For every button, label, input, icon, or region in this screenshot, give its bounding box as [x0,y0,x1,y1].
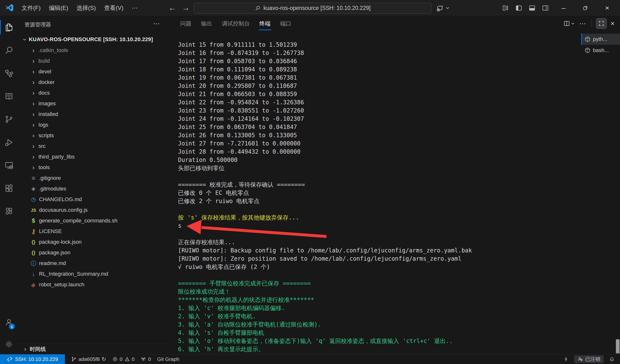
panel-tab[interactable]: 调试控制台 [222,16,250,31]
branch-icon [71,356,77,362]
toggle-primary-sidebar-icon[interactable] [515,4,522,12]
nav-back-icon[interactable]: ← [167,0,178,16]
tree-file-row[interactable]: readme.md [18,258,170,269]
terminal-tabs-list: $_ pyth... $_ bash... [581,34,620,56]
restore-button[interactable] [578,0,593,16]
activity-remote-explorer[interactable] [0,154,18,177]
tree-folder-row[interactable]: › logs [18,120,170,130]
menu-item[interactable]: ⋯ [128,5,142,11]
menu-item[interactable]: 查看(V) [100,4,128,12]
copilot-menu[interactable] [436,3,450,13]
tree-folder-row[interactable]: › .catkin_tools [18,45,170,56]
activity-robot-tools[interactable] [0,200,18,223]
menu-item[interactable]: 编辑(E) [45,4,72,12]
tree-folder-row[interactable]: › tools [18,162,170,173]
terminal-scrollbar-thumb[interactable] [616,339,620,353]
port-icon[interactable] [563,356,569,362]
menu-item[interactable]: 文件(F) [17,4,45,12]
chevron-right-icon: › [30,121,37,129]
more-actions-icon[interactable]: ⋯ [153,20,160,28]
tree-file-row[interactable]: robot_setup.launch [18,279,170,290]
panel-tab[interactable]: 问题 [180,16,191,31]
panel-tab[interactable]: 端口 [280,16,291,31]
search-icon [4,46,14,55]
tree-file-row[interactable]: package.json [18,247,170,258]
terminal-tab[interactable]: $_ bash... [581,45,620,56]
radio-tower-item[interactable]: 0 [141,356,151,362]
minimize-button[interactable]: – [556,0,571,16]
tree-folder-row[interactable]: › installed [18,109,170,120]
tree-file-row[interactable]: generate_compile_commands.sh [18,215,170,226]
terminal-line: Duration 0.500000 [178,156,579,164]
activity-bar: 1 [0,16,18,354]
file-type-icon [29,218,38,224]
timeline-section[interactable]: › 时间线 [18,344,170,354]
toggle-panel-icon[interactable] [528,4,536,12]
terminal-line [178,205,579,213]
gear-icon [4,340,14,349]
terminal-output[interactable]: Joint 15 from 0.911111 to 1.501239Joint … [178,41,579,353]
customize-layout-icon[interactable] [502,4,509,12]
file-type-icon [29,271,38,277]
tree-file-row[interactable]: package-lock.json [18,237,170,247]
activity-search[interactable] [0,39,18,62]
close-panel-icon[interactable]: × [610,19,615,28]
tree-folder-row[interactable]: › third_party_libs [18,152,170,162]
file-name: LICENSE [39,228,62,235]
maximize-panel-button[interactable] [596,18,607,29]
activity-docs[interactable] [0,85,18,108]
terminal-line: 4. 输入 's' 自检手臂腿部电机 [178,329,579,337]
tree-file-row[interactable]: docusaurus.config.js [18,205,170,215]
svg-text:$_: $_ [587,39,589,41]
activity-explorer[interactable] [0,16,18,39]
menu-item[interactable]: 选择(S) [72,4,100,12]
terminal-line [178,172,579,181]
activity-source-graph[interactable] [0,62,18,85]
terminal-line: √ ruiwo 电机零点已保存 (2 个) [178,263,579,271]
tree-folder-row[interactable]: › scripts [18,130,170,141]
tree-file-row[interactable]: LICENSE [18,226,170,237]
activity-source-control[interactable] [0,108,18,131]
copilot-status-item[interactable]: 已注销 [574,355,604,363]
terminal-line [178,271,579,279]
bell-icon[interactable] [609,356,615,362]
explorer-root-label: KUAVO-ROS-OPENSOURCE [SSH: 10.10.20.229] [29,36,153,43]
split-icon [563,20,570,27]
tree-folder-row[interactable]: › images [18,98,170,109]
tree-folder-row[interactable]: › docs [18,88,170,98]
activity-extensions[interactable] [0,177,18,200]
toggle-secondary-sidebar-icon[interactable] [542,4,549,12]
tree-file-row[interactable]: .gitmodules [18,183,170,194]
file-name: readme.md [39,260,66,266]
problems-item[interactable]: 0 0 [112,356,134,362]
close-button[interactable]: × [600,0,615,16]
git-graph-item[interactable]: Git Graph [157,356,179,362]
tree-file-row[interactable]: .gitignore [18,173,170,183]
activity-settings[interactable] [0,334,18,354]
folder-name: build [39,58,50,64]
remote-indicator[interactable]: SSH: 10.10.20.229 [0,354,65,364]
terminal-tab[interactable]: $_ pyth... [581,34,620,45]
tree-folder-row[interactable]: › docker [18,77,170,88]
tree-file-row[interactable]: RL_Integration_Summary.md [18,269,170,279]
explorer-root-row[interactable]: › KUAVO-ROS-OPENSOURCE [SSH: 10.10.20.22… [18,35,170,44]
command-center[interactable]: kuavo-ros-opensource [SSH: 10.10.20.229] [194,3,432,14]
nav-forward-icon[interactable]: → [180,0,191,16]
activity-run-debug[interactable] [0,131,18,154]
git-branch-item[interactable]: ada605f8 ↻ [71,356,106,362]
file-name: robot_setup.launch [39,281,84,288]
chevron-right-icon: › [22,345,29,353]
activity-accounts[interactable]: 1 [0,311,18,334]
tree-folder-row[interactable]: › build [18,56,170,66]
panel-tab[interactable]: 终端 [259,16,271,31]
terminal-panel: 问题输出调试控制台终端端口 ⋯ × Joint 15 from 0.911111… [170,16,620,354]
tree-folder-row[interactable]: › src [18,141,170,152]
split-terminal-button[interactable] [563,20,575,27]
panel-tab[interactable]: 输出 [201,16,212,31]
tree-folder-row[interactable]: › devel [18,66,170,77]
chevron-right-icon: › [30,47,37,54]
tree-file-row[interactable]: CHANGELOG.md [18,194,170,205]
files-icon [4,23,14,32]
terminal-line: Joint 15 from 0.911111 to 1.501239 [178,41,579,49]
panel-more-actions-icon[interactable]: ⋯ [579,20,586,28]
